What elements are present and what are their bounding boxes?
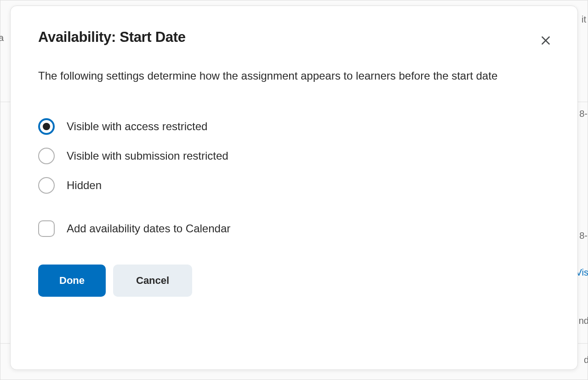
radio-option-visible-access-restricted[interactable]: Visible with access restricted: [38, 118, 550, 135]
backdrop-fragment: nd: [579, 316, 588, 326]
close-button[interactable]: [538, 33, 554, 50]
backdrop-fragment: it: [582, 14, 586, 25]
radio-option-visible-submission-restricted[interactable]: Visible with submission restricted: [38, 148, 550, 164]
backdrop-fragment: a: [0, 33, 4, 43]
radio-option-hidden[interactable]: Hidden: [38, 177, 550, 194]
modal-description: The following settings determine how the…: [38, 66, 521, 85]
checkbox-add-to-calendar[interactable]: Add availability dates to Calendar: [38, 220, 550, 237]
modal-header: Availability: Start Date: [38, 29, 550, 50]
modal-footer: Done Cancel: [38, 265, 550, 297]
close-icon: [540, 35, 552, 46]
radio-label: Visible with submission restricted: [67, 150, 228, 162]
visibility-radio-group: Visible with access restricted Visible w…: [38, 118, 550, 194]
modal-title: Availability: Start Date: [38, 29, 186, 46]
radio-indicator: [38, 148, 55, 164]
done-button[interactable]: Done: [38, 265, 106, 297]
checkbox-label: Add availability dates to Calendar: [67, 222, 230, 235]
radio-indicator: [38, 177, 55, 194]
radio-label: Hidden: [67, 179, 102, 192]
cancel-button[interactable]: Cancel: [113, 265, 192, 297]
backdrop-fragment: d: [584, 355, 588, 365]
radio-indicator: [38, 118, 55, 135]
backdrop-fragment: 8-: [579, 109, 588, 119]
radio-label: Visible with access restricted: [67, 120, 207, 133]
backdrop-fragment: 8-: [579, 230, 588, 241]
checkbox-indicator: [38, 220, 55, 237]
availability-modal: Availability: Start Date The following s…: [10, 6, 578, 370]
